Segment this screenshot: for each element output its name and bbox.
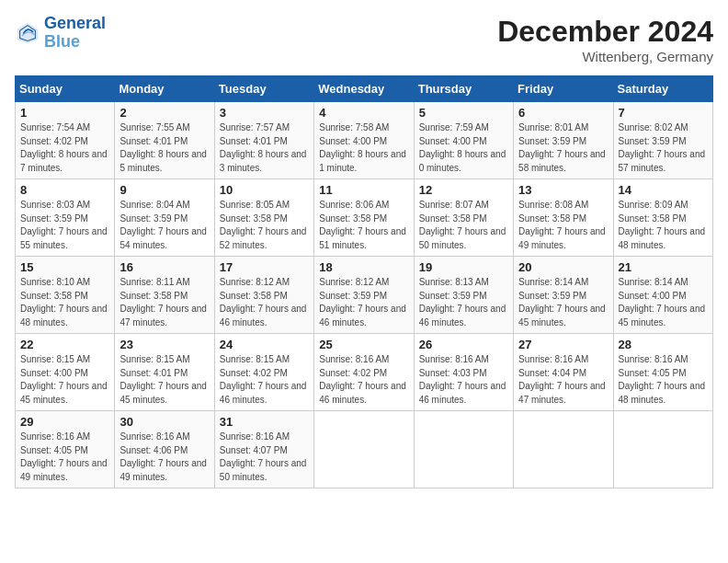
calendar-day-cell: 28 Sunrise: 8:16 AMSunset: 4:05 PMDaylig… — [613, 334, 712, 411]
calendar-week-row: 8 Sunrise: 8:03 AMSunset: 3:59 PMDayligh… — [16, 179, 713, 257]
day-detail: Sunrise: 8:16 AMSunset: 4:02 PMDaylight:… — [319, 354, 406, 405]
calendar-day-cell: 15 Sunrise: 8:10 AMSunset: 3:58 PMDaylig… — [16, 257, 115, 334]
day-number: 24 — [220, 338, 309, 351]
calendar-day-cell: 31 Sunrise: 8:16 AMSunset: 4:07 PMDaylig… — [214, 411, 313, 488]
weekday-header-wednesday: Wednesday — [314, 76, 414, 102]
calendar-day-cell: 10 Sunrise: 8:05 AMSunset: 3:58 PMDaylig… — [214, 179, 313, 257]
day-detail: Sunrise: 8:16 AMSunset: 4:05 PMDaylight:… — [619, 354, 706, 405]
location: Wittenberg, Germany — [497, 49, 713, 64]
day-number: 27 — [518, 338, 608, 351]
day-number: 5 — [419, 106, 508, 120]
day-detail: Sunrise: 7:55 AMSunset: 4:01 PMDaylight:… — [119, 122, 207, 173]
day-detail: Sunrise: 7:57 AMSunset: 4:01 PMDaylight:… — [220, 122, 307, 173]
weekday-header-saturday: Saturday — [613, 76, 712, 102]
calendar-day-cell: 13 Sunrise: 8:08 AMSunset: 3:58 PMDaylig… — [514, 179, 613, 257]
calendar-day-cell: 27 Sunrise: 8:16 AMSunset: 4:04 PMDaylig… — [514, 334, 613, 411]
calendar-day-cell: 9 Sunrise: 8:04 AMSunset: 3:59 PMDayligh… — [115, 179, 214, 257]
calendar-day-cell: 16 Sunrise: 8:11 AMSunset: 3:58 PMDaylig… — [115, 257, 214, 334]
day-number: 13 — [518, 183, 608, 197]
empty-cell — [514, 411, 613, 488]
day-detail: Sunrise: 8:02 AMSunset: 3:59 PMDaylight:… — [619, 122, 706, 173]
empty-cell — [613, 411, 712, 488]
day-number: 28 — [619, 338, 708, 351]
empty-cell — [314, 411, 414, 488]
calendar-week-row: 15 Sunrise: 8:10 AMSunset: 3:58 PMDaylig… — [16, 257, 713, 334]
calendar-day-cell: 23 Sunrise: 8:15 AMSunset: 4:01 PMDaylig… — [115, 334, 214, 411]
day-number: 3 — [220, 106, 309, 120]
day-detail: Sunrise: 7:58 AMSunset: 4:00 PMDaylight:… — [319, 122, 406, 173]
calendar-day-cell: 20 Sunrise: 8:14 AMSunset: 3:59 PMDaylig… — [514, 257, 613, 334]
day-detail: Sunrise: 8:06 AMSunset: 3:58 PMDaylight:… — [319, 200, 406, 250]
title-block: December 2024 Wittenberg, Germany — [497, 15, 713, 64]
day-number: 29 — [20, 415, 109, 429]
logo-icon — [15, 20, 40, 46]
day-detail: Sunrise: 8:07 AMSunset: 3:58 PMDaylight:… — [419, 200, 506, 250]
calendar-day-cell: 26 Sunrise: 8:16 AMSunset: 4:03 PMDaylig… — [414, 334, 513, 411]
day-detail: Sunrise: 8:16 AMSunset: 4:06 PMDaylight:… — [119, 431, 207, 482]
day-number: 2 — [119, 106, 209, 120]
calendar-day-cell: 29 Sunrise: 8:16 AMSunset: 4:05 PMDaylig… — [16, 411, 115, 488]
calendar-day-cell: 7 Sunrise: 8:02 AMSunset: 3:59 PMDayligh… — [613, 102, 712, 179]
calendar-day-cell: 4 Sunrise: 7:58 AMSunset: 4:00 PMDayligh… — [314, 102, 414, 179]
calendar-week-row: 1 Sunrise: 7:54 AMSunset: 4:02 PMDayligh… — [16, 102, 713, 179]
day-number: 12 — [419, 183, 508, 197]
day-number: 14 — [619, 183, 708, 197]
empty-cell — [414, 411, 513, 488]
day-number: 4 — [319, 106, 408, 120]
calendar-day-cell: 17 Sunrise: 8:12 AMSunset: 3:58 PMDaylig… — [214, 257, 313, 334]
calendar-day-cell: 2 Sunrise: 7:55 AMSunset: 4:01 PMDayligh… — [115, 102, 214, 179]
day-detail: Sunrise: 8:05 AMSunset: 3:58 PMDaylight:… — [220, 200, 307, 250]
calendar-day-cell: 21 Sunrise: 8:14 AMSunset: 4:00 PMDaylig… — [613, 257, 712, 334]
day-detail: Sunrise: 7:54 AMSunset: 4:02 PMDaylight:… — [20, 122, 108, 173]
calendar-day-cell: 30 Sunrise: 8:16 AMSunset: 4:06 PMDaylig… — [115, 411, 214, 488]
day-number: 6 — [518, 106, 608, 120]
day-number: 7 — [619, 106, 708, 120]
day-number: 16 — [119, 260, 209, 274]
day-detail: Sunrise: 8:11 AMSunset: 3:58 PMDaylight:… — [119, 277, 207, 327]
day-number: 21 — [619, 260, 708, 274]
day-detail: Sunrise: 8:16 AMSunset: 4:04 PMDaylight:… — [518, 354, 606, 405]
day-detail: Sunrise: 8:16 AMSunset: 4:07 PMDaylight:… — [220, 431, 307, 482]
day-detail: Sunrise: 8:13 AMSunset: 3:59 PMDaylight:… — [419, 277, 506, 327]
day-detail: Sunrise: 8:03 AMSunset: 3:59 PMDaylight:… — [20, 200, 108, 250]
weekday-header-sunday: Sunday — [16, 76, 115, 102]
day-detail: Sunrise: 8:14 AMSunset: 4:00 PMDaylight:… — [619, 277, 706, 327]
calendar-week-row: 22 Sunrise: 8:15 AMSunset: 4:00 PMDaylig… — [16, 334, 713, 411]
day-number: 11 — [319, 183, 408, 197]
day-detail: Sunrise: 8:15 AMSunset: 4:00 PMDaylight:… — [20, 354, 108, 405]
calendar-week-row: 29 Sunrise: 8:16 AMSunset: 4:05 PMDaylig… — [16, 411, 713, 488]
calendar-day-cell: 19 Sunrise: 8:13 AMSunset: 3:59 PMDaylig… — [414, 257, 513, 334]
calendar-day-cell: 14 Sunrise: 8:09 AMSunset: 3:58 PMDaylig… — [613, 179, 712, 257]
calendar-day-cell: 22 Sunrise: 8:15 AMSunset: 4:00 PMDaylig… — [16, 334, 115, 411]
day-number: 8 — [20, 183, 109, 197]
day-number: 20 — [518, 260, 608, 274]
page-header: GeneralBlue December 2024 Wittenberg, Ge… — [15, 15, 713, 64]
day-number: 10 — [220, 183, 309, 197]
day-number: 22 — [20, 338, 109, 351]
day-detail: Sunrise: 8:12 AMSunset: 3:58 PMDaylight:… — [220, 277, 307, 327]
calendar-day-cell: 5 Sunrise: 7:59 AMSunset: 4:00 PMDayligh… — [414, 102, 513, 179]
day-number: 26 — [419, 338, 508, 351]
day-detail: Sunrise: 8:14 AMSunset: 3:59 PMDaylight:… — [518, 277, 606, 327]
day-detail: Sunrise: 8:09 AMSunset: 3:58 PMDaylight:… — [619, 200, 706, 250]
day-number: 15 — [20, 260, 109, 274]
day-number: 1 — [20, 106, 109, 120]
day-detail: Sunrise: 8:15 AMSunset: 4:01 PMDaylight:… — [119, 354, 207, 405]
logo-text: GeneralBlue — [44, 15, 106, 52]
weekday-header-row: SundayMondayTuesdayWednesdayThursdayFrid… — [16, 76, 713, 102]
weekday-header-friday: Friday — [514, 76, 613, 102]
calendar-day-cell: 6 Sunrise: 8:01 AMSunset: 3:59 PMDayligh… — [514, 102, 613, 179]
day-number: 18 — [319, 260, 408, 274]
logo: GeneralBlue — [15, 15, 106, 52]
day-number: 17 — [220, 260, 309, 274]
day-number: 19 — [419, 260, 508, 274]
day-detail: Sunrise: 8:08 AMSunset: 3:58 PMDaylight:… — [518, 200, 606, 250]
day-detail: Sunrise: 8:16 AMSunset: 4:05 PMDaylight:… — [20, 431, 108, 482]
day-detail: Sunrise: 7:59 AMSunset: 4:00 PMDaylight:… — [419, 122, 506, 173]
day-number: 9 — [119, 183, 209, 197]
day-number: 23 — [119, 338, 209, 351]
day-detail: Sunrise: 8:12 AMSunset: 3:59 PMDaylight:… — [319, 277, 406, 327]
day-number: 31 — [220, 415, 309, 429]
day-detail: Sunrise: 8:10 AMSunset: 3:58 PMDaylight:… — [20, 277, 108, 327]
month-title: December 2024 — [497, 15, 713, 49]
